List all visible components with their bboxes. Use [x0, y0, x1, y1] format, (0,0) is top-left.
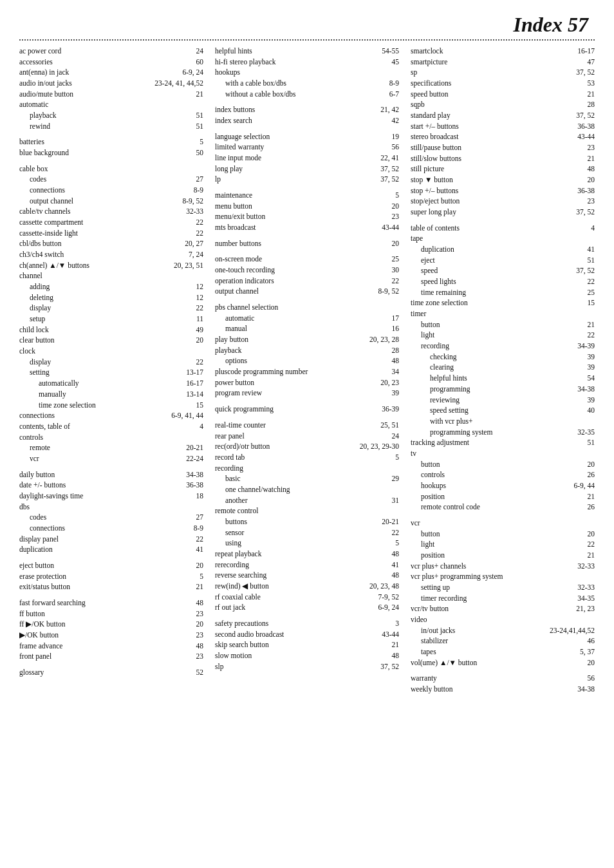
- index-entry: sp37, 52: [411, 67, 595, 78]
- index-entry: tracking adjustment51: [411, 437, 595, 448]
- entry-page: 15: [569, 297, 595, 308]
- entry-label: contents, table of: [19, 421, 178, 432]
- entry-page: 4: [178, 421, 203, 432]
- entry-page: 50: [178, 147, 203, 158]
- index-entry: basic29: [215, 473, 399, 484]
- entry-label: another: [215, 495, 373, 506]
- entry-page: [373, 302, 399, 313]
- entry-label: button: [411, 319, 569, 330]
- entry-label: playback: [19, 110, 178, 121]
- index-entry: light22: [411, 330, 595, 341]
- entry-page: 7, 24: [178, 249, 203, 260]
- index-entry: helpful hints54-55: [215, 46, 399, 57]
- entry-label: automatic: [19, 99, 178, 110]
- entry-page: 20: [569, 459, 595, 470]
- entry-label: programming: [411, 384, 569, 395]
- index-entry: speed button21: [411, 89, 595, 100]
- entry-label: cable/tv channels: [19, 206, 178, 217]
- entry-page: [569, 571, 595, 582]
- index-entry: daily button34-38: [19, 469, 203, 480]
- entry-label: deleting: [19, 292, 178, 303]
- entry-label: adding: [19, 281, 178, 292]
- entry-page: 21: [178, 581, 203, 592]
- entry-label: recording: [215, 463, 373, 474]
- entry-page: 23-24, 41, 44,52: [154, 78, 203, 89]
- index-entry: with vcr plus+: [411, 416, 595, 427]
- index-entry: limited warranty56: [215, 142, 399, 153]
- entry-page: 24: [178, 46, 203, 57]
- entry-label: accessories: [19, 57, 178, 68]
- index-entry: one-touch recording30: [215, 265, 399, 276]
- entry-page: 40: [569, 405, 595, 416]
- index-entry: checking39: [411, 352, 595, 363]
- entry-label: cable box: [19, 164, 178, 175]
- index-entry: cable box: [19, 164, 203, 175]
- entry-label: still/pause button: [411, 142, 569, 153]
- entry-label: language selection: [215, 131, 373, 142]
- entry-page: 20: [569, 529, 595, 540]
- index-entry: remote control: [215, 505, 399, 516]
- index-entry: hookups6-9, 44: [411, 480, 595, 491]
- index-entry: rew(ind) ◀ button20, 23, 48: [215, 581, 399, 592]
- index-entry: light22: [411, 539, 595, 550]
- entry-page: 36-39: [373, 404, 399, 415]
- entry-label: eject button: [19, 560, 178, 571]
- entry-label: hookups: [215, 67, 373, 78]
- entry-label: rf coaxial cable: [215, 592, 373, 603]
- index-entry: output channel8-9, 52: [215, 286, 399, 297]
- entry-label: smartpicture: [411, 57, 569, 68]
- index-entry: duplication41: [411, 244, 595, 255]
- index-entry: ff ▶/OK button20: [19, 619, 203, 630]
- entry-page: 20, 23, 48: [369, 581, 399, 592]
- entry-label: vol(ume) ▲/▼ button: [411, 657, 569, 668]
- index-entry: position21: [411, 550, 595, 561]
- index-entry: pluscode programming number34: [215, 366, 399, 377]
- index-entry: using5: [215, 538, 399, 549]
- entry-label: pbs channel selection: [215, 302, 373, 313]
- entry-page: 20, 23, 51: [174, 260, 203, 271]
- entry-page: 29: [373, 473, 399, 484]
- index-entry: tapes5, 37: [411, 646, 595, 657]
- entry-label: safety precautions: [215, 618, 373, 629]
- entry-page: 4: [569, 223, 595, 234]
- entry-label: codes: [19, 512, 178, 523]
- section-gap: [215, 613, 399, 618]
- entry-label: slow motion: [215, 650, 373, 661]
- entry-label: controls: [19, 432, 178, 443]
- index-entry: speed37, 52: [411, 265, 595, 276]
- entry-label: batteries: [19, 137, 178, 147]
- entry-page: [569, 448, 595, 459]
- section-gap: [215, 415, 399, 420]
- entry-label: remote control: [215, 505, 373, 516]
- entry-page: 36-38: [569, 121, 595, 132]
- index-entry: hi-fi stereo playback45: [215, 57, 399, 68]
- entry-label: play button: [215, 334, 369, 345]
- entry-label: daylight-savings time: [19, 491, 178, 502]
- index-entry: index buttons21, 42: [215, 104, 399, 115]
- entry-label: date +/- buttons: [19, 480, 178, 491]
- entry-label: output channel: [215, 286, 373, 297]
- entry-label: ▶/OK button: [19, 630, 178, 641]
- index-entry: display panel22: [19, 534, 203, 545]
- index-entry: quick programming36-39: [215, 404, 399, 415]
- entry-page: 24: [373, 431, 399, 442]
- entry-label: vcr: [411, 518, 569, 529]
- index-entry: speed setting40: [411, 405, 595, 416]
- entry-page: 8-9: [178, 185, 203, 196]
- entry-page: 12: [178, 292, 203, 303]
- entry-page: 20: [178, 335, 203, 346]
- entry-label: rear panel: [215, 431, 373, 442]
- index-entry: maintenance5: [215, 190, 399, 201]
- index-entry: index search42: [215, 115, 399, 126]
- entry-page: 37, 52: [373, 661, 399, 672]
- index-entry: safety precautions3: [215, 618, 399, 629]
- index-entry: ac power cord24: [19, 46, 203, 57]
- section-gap: [411, 668, 595, 673]
- entry-page: 43-44: [373, 222, 399, 233]
- entry-page: 34-38: [569, 384, 595, 395]
- entry-label: rerecording: [215, 560, 373, 571]
- entry-label: vcr: [19, 453, 178, 464]
- index-entry: vol(ume) ▲/▼ button20: [411, 657, 595, 668]
- section-gap: [215, 249, 399, 254]
- index-entry: stop ▼ button20: [411, 175, 595, 185]
